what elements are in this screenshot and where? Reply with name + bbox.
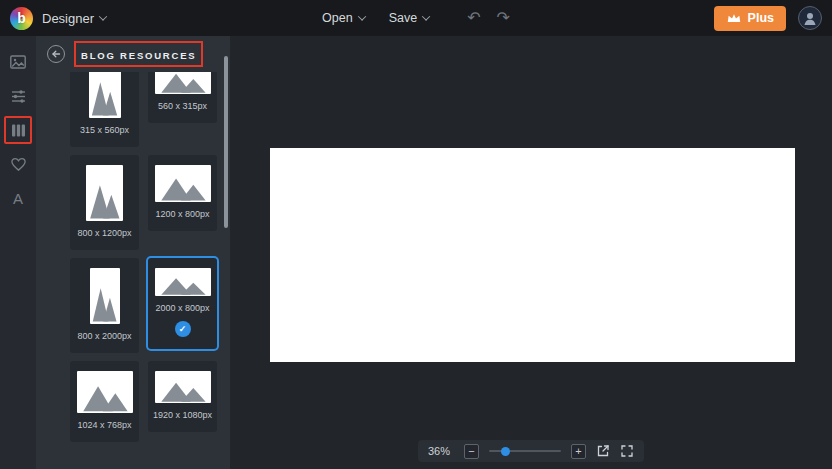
- fit-screen-icon: [620, 444, 634, 458]
- befunky-logo[interactable]: b: [10, 7, 33, 30]
- fit-screen-button[interactable]: [620, 444, 634, 458]
- topbar-center: Open Save ↶ ↷: [322, 0, 510, 36]
- save-menu[interactable]: Save: [389, 11, 430, 25]
- selected-check-icon: ✓: [175, 321, 191, 337]
- image-manager-icon: [9, 53, 27, 71]
- template-size-option[interactable]: 560 x 315px ✓: [148, 72, 217, 123]
- zoom-toolbar: 36% − +: [418, 440, 644, 462]
- zoom-in-button[interactable]: +: [571, 444, 586, 459]
- sidebar-item-edit[interactable]: [4, 82, 32, 110]
- zoom-level: 36%: [428, 445, 454, 457]
- logo-letter: b: [17, 11, 26, 25]
- sidebar-item-templates[interactable]: [4, 116, 32, 144]
- template-size-label: 2000 x 800px: [155, 303, 209, 313]
- image-placeholder-icon: [155, 165, 211, 202]
- arrow-left-icon: [51, 49, 61, 59]
- template-size-option[interactable]: 1024 x 768px ✓: [70, 361, 139, 442]
- designer-menu[interactable]: Designer: [42, 11, 106, 26]
- image-placeholder-icon: [89, 72, 121, 118]
- panel-scrollbar[interactable]: [224, 56, 228, 228]
- zoom-slider[interactable]: [489, 444, 561, 458]
- redo-icon[interactable]: ↷: [497, 10, 510, 26]
- image-placeholder-icon: [155, 371, 211, 403]
- edit-sliders-icon: [10, 88, 27, 105]
- image-placeholder-icon: [77, 371, 133, 413]
- templates-scroll-area: 315 x 560px ✓ 560 x 315px ✓ 800 x 1200px…: [36, 72, 230, 469]
- panel-title: BLOG RESOURCES: [81, 50, 196, 61]
- history-buttons: ↶ ↷: [467, 10, 510, 26]
- templates-panel: BLOG RESOURCES 315 x 560px ✓ 560 x 315px…: [36, 36, 230, 469]
- template-size-option[interactable]: 800 x 1200px ✓: [70, 155, 139, 250]
- design-canvas[interactable]: [270, 148, 795, 362]
- designer-app: b Designer Open Save ↶ ↷: [0, 0, 832, 469]
- crown-icon: [726, 12, 742, 24]
- sidebar-item-text[interactable]: A: [4, 184, 32, 212]
- template-size-label: 560 x 315px: [158, 101, 207, 111]
- open-menu[interactable]: Open: [322, 11, 365, 25]
- favorites-heart-icon: [10, 156, 27, 172]
- sidebar-rail: A: [0, 36, 36, 469]
- image-placeholder-icon: [86, 165, 123, 221]
- image-placeholder-icon: [90, 268, 120, 324]
- open-in-new-button[interactable]: [596, 444, 610, 458]
- topbar-right: Plus: [714, 6, 822, 31]
- template-size-label: 315 x 560px: [80, 125, 129, 135]
- open-label: Open: [322, 11, 353, 25]
- templates-columns-icon: [11, 123, 26, 138]
- sidebar-item-image-manager[interactable]: [4, 48, 32, 76]
- back-button[interactable]: [47, 45, 65, 63]
- topbar: b Designer Open Save ↶ ↷: [0, 0, 832, 36]
- template-size-label: 800 x 1200px: [77, 228, 131, 238]
- open-in-new-icon: [596, 444, 610, 458]
- template-size-label: 800 x 2000px: [77, 331, 131, 341]
- template-size-option[interactable]: 1920 x 1080px ✓: [148, 361, 217, 432]
- zoom-out-button[interactable]: −: [464, 444, 479, 459]
- plus-button[interactable]: Plus: [714, 6, 786, 31]
- text-tool-icon: A: [13, 190, 23, 207]
- avatar[interactable]: [798, 6, 822, 30]
- template-size-label: 1920 x 1080px: [153, 410, 212, 420]
- panel-title-annotation: BLOG RESOURCES: [74, 41, 203, 67]
- template-size-label: 1200 x 800px: [155, 209, 209, 219]
- content: A BLOG RESOURCES: [0, 36, 832, 469]
- zoom-slider-track: [489, 450, 561, 452]
- topbar-left: b Designer: [10, 7, 106, 30]
- template-size-option[interactable]: 800 x 2000px ✓: [70, 258, 139, 353]
- canvas-area: 36% − +: [230, 36, 832, 469]
- app-title: Designer: [42, 11, 94, 26]
- undo-icon[interactable]: ↶: [467, 10, 480, 26]
- templates-grid: 315 x 560px ✓ 560 x 315px ✓ 800 x 1200px…: [36, 72, 230, 442]
- sidebar-item-favorites[interactable]: [4, 150, 32, 178]
- save-label: Save: [389, 11, 418, 25]
- chevron-down-icon: [422, 12, 430, 20]
- image-placeholder-icon: [155, 268, 211, 296]
- zoom-slider-handle[interactable]: [501, 447, 510, 456]
- template-size-option[interactable]: 315 x 560px ✓: [70, 72, 139, 147]
- plus-label: Plus: [748, 11, 774, 25]
- template-size-label: 1024 x 768px: [77, 420, 131, 430]
- chevron-down-icon: [357, 12, 365, 20]
- template-size-option[interactable]: 2000 x 800px ✓: [148, 258, 217, 349]
- panel-header: BLOG RESOURCES: [36, 36, 230, 72]
- chevron-down-icon: [99, 12, 107, 20]
- person-icon: [801, 9, 819, 27]
- template-size-option[interactable]: 1200 x 800px ✓: [148, 155, 217, 231]
- image-placeholder-icon: [155, 72, 211, 94]
